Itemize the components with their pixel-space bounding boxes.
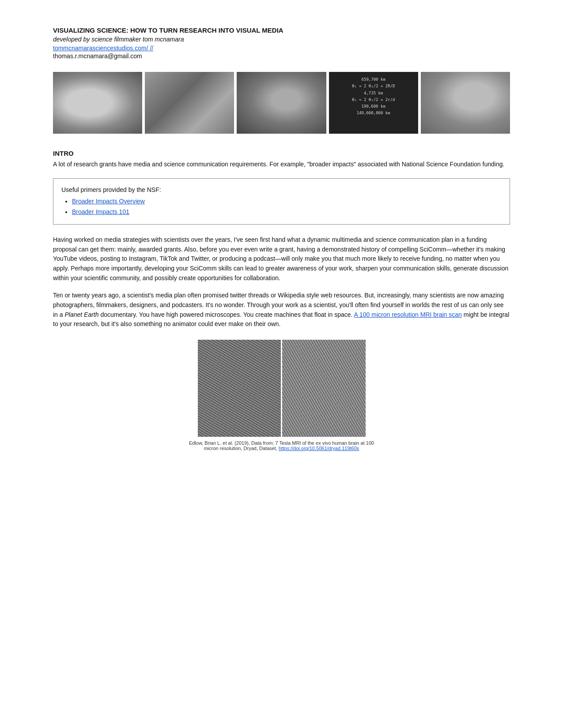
image-panel-4: 659,700 km θ₁ ≈ 2 θ₁/2 = 2R/D 4,735 km θ… bbox=[329, 72, 418, 134]
brain-image-container: Edlow, Brian L. et al. (2019), Data from… bbox=[53, 340, 510, 451]
image-panel-5 bbox=[421, 72, 510, 134]
callout-intro-text: Useful primers provided by the NSF: bbox=[61, 186, 161, 193]
brain-image-left bbox=[198, 340, 281, 437]
image-strip: 659,700 km θ₁ ≈ 2 θ₁/2 = 2R/D 4,735 km θ… bbox=[53, 72, 510, 134]
image-panel-2 bbox=[145, 72, 234, 134]
brain-image-caption: Edlow, Brian L. et al. (2019), Data from… bbox=[189, 440, 374, 451]
broader-impacts-101-link[interactable]: Broader Impacts 101 bbox=[72, 208, 129, 215]
header: VISUALIZING SCIENCE: HOW TO TURN RESEARC… bbox=[53, 26, 510, 60]
intro-section: INTRO A lot of research grants have medi… bbox=[53, 150, 510, 169]
email-display: thomas.r.mcnamara@gmail.com bbox=[53, 53, 510, 60]
mri-brain-scan-link[interactable]: A 100 micron resolution MRI brain scan bbox=[354, 311, 462, 318]
brain-caption-link[interactable]: https://doi.org/10.5061/dryad.119t60s bbox=[279, 446, 359, 451]
image-panel-3 bbox=[237, 72, 326, 134]
website-link[interactable]: tommcnamarasciencestudios.com/ // bbox=[53, 45, 153, 52]
image-panel-1 bbox=[53, 72, 142, 134]
math-text: 659,700 km θ₁ ≈ 2 θ₁/2 = 2R/D 4,735 km θ… bbox=[329, 76, 418, 117]
list-item: Broader Impacts Overview bbox=[72, 196, 502, 206]
broader-impacts-overview-link[interactable]: Broader Impacts Overview bbox=[72, 198, 145, 205]
list-item: Broader Impacts 101 bbox=[72, 207, 502, 217]
callout-links-list: Broader Impacts Overview Broader Impacts… bbox=[72, 196, 502, 217]
body-paragraph-3: Ten or twenty years ago, a scientist's m… bbox=[53, 291, 510, 329]
body-paragraph-2: Having worked on media strategies with s… bbox=[53, 235, 510, 283]
brain-image bbox=[198, 340, 366, 437]
intro-paragraph: A lot of research grants have media and … bbox=[53, 160, 510, 169]
planet-earth-italic: Planet Earth bbox=[64, 311, 98, 318]
brain-image-right bbox=[282, 340, 366, 437]
callout-box: Useful primers provided by the NSF: Broa… bbox=[53, 178, 510, 225]
para3-text-2: documentary. You have high powered micro… bbox=[99, 311, 354, 318]
intro-title: INTRO bbox=[53, 150, 510, 157]
page-title: VISUALIZING SCIENCE: HOW TO TURN RESEARC… bbox=[53, 26, 510, 34]
author-subtitle: developed by science filmmaker tom mcnam… bbox=[53, 36, 510, 43]
